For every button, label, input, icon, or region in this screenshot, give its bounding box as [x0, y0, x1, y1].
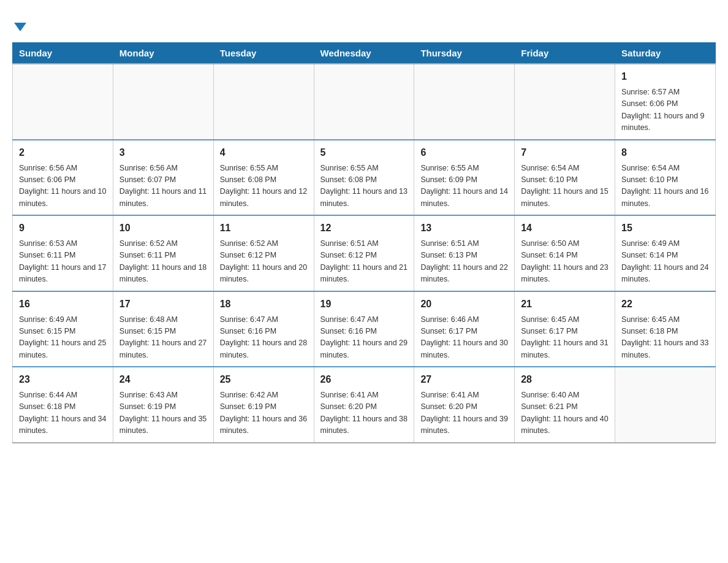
day-number: 10 — [119, 221, 207, 236]
day-number: 11 — [220, 221, 308, 236]
calendar-cell: 21Sunrise: 6:45 AMSunset: 6:17 PMDayligh… — [515, 291, 615, 367]
day-info: Sunrise: 6:56 AMSunset: 6:07 PMDaylight:… — [119, 163, 207, 210]
day-info: Sunrise: 6:54 AMSunset: 6:10 PMDaylight:… — [621, 163, 709, 210]
day-info: Sunrise: 6:50 AMSunset: 6:14 PMDaylight:… — [521, 238, 609, 286]
day-info: Sunrise: 6:51 AMSunset: 6:12 PMDaylight:… — [320, 238, 408, 286]
day-info: Sunrise: 6:41 AMSunset: 6:20 PMDaylight:… — [420, 389, 508, 437]
day-number: 16 — [19, 297, 107, 312]
calendar-cell: 22Sunrise: 6:45 AMSunset: 6:18 PMDayligh… — [615, 291, 716, 367]
calendar-cell: 23Sunrise: 6:44 AMSunset: 6:18 PMDayligh… — [13, 367, 113, 443]
day-info: Sunrise: 6:43 AMSunset: 6:19 PMDaylight:… — [119, 389, 207, 437]
day-number: 17 — [119, 297, 207, 312]
calendar-cell: 7Sunrise: 6:54 AMSunset: 6:10 PMDaylight… — [515, 140, 615, 216]
day-number: 5 — [320, 145, 408, 160]
day-info: Sunrise: 6:54 AMSunset: 6:10 PMDaylight:… — [521, 163, 609, 210]
calendar-cell: 1Sunrise: 6:57 AMSunset: 6:06 PMDaylight… — [615, 64, 716, 140]
calendar-cell — [213, 64, 314, 140]
calendar-cell: 9Sunrise: 6:53 AMSunset: 6:11 PMDaylight… — [13, 215, 113, 291]
day-info: Sunrise: 6:49 AMSunset: 6:15 PMDaylight:… — [19, 314, 107, 362]
calendar-cell: 14Sunrise: 6:50 AMSunset: 6:14 PMDayligh… — [515, 215, 615, 291]
calendar-cell: 28Sunrise: 6:40 AMSunset: 6:21 PMDayligh… — [515, 367, 615, 443]
calendar-cell: 25Sunrise: 6:42 AMSunset: 6:19 PMDayligh… — [213, 367, 314, 443]
logo-general-text — [12, 15, 26, 36]
day-number: 20 — [420, 297, 508, 312]
calendar-cell — [13, 64, 113, 140]
calendar-cell — [515, 64, 615, 140]
day-number: 14 — [521, 221, 609, 236]
calendar-week-5: 23Sunrise: 6:44 AMSunset: 6:18 PMDayligh… — [13, 367, 716, 443]
day-number: 13 — [420, 221, 508, 236]
day-info: Sunrise: 6:57 AMSunset: 6:06 PMDaylight:… — [621, 86, 709, 134]
day-number: 15 — [621, 221, 709, 236]
calendar-cell: 19Sunrise: 6:47 AMSunset: 6:16 PMDayligh… — [314, 291, 414, 367]
calendar-header-row: SundayMondayTuesdayWednesdayThursdayFrid… — [13, 43, 716, 64]
day-info: Sunrise: 6:55 AMSunset: 6:09 PMDaylight:… — [420, 163, 508, 210]
day-info: Sunrise: 6:46 AMSunset: 6:17 PMDaylight:… — [420, 314, 508, 362]
day-number: 6 — [420, 145, 508, 160]
calendar-cell: 27Sunrise: 6:41 AMSunset: 6:20 PMDayligh… — [414, 367, 515, 443]
calendar-cell — [615, 367, 716, 443]
day-number: 1 — [621, 69, 709, 84]
day-info: Sunrise: 6:51 AMSunset: 6:13 PMDaylight:… — [420, 238, 508, 286]
header-tuesday: Tuesday — [213, 43, 314, 64]
calendar-table: SundayMondayTuesdayWednesdayThursdayFrid… — [12, 42, 716, 443]
day-number: 22 — [621, 297, 709, 312]
calendar-cell: 17Sunrise: 6:48 AMSunset: 6:15 PMDayligh… — [113, 291, 213, 367]
day-number: 3 — [119, 145, 207, 160]
calendar-cell — [314, 64, 414, 140]
day-info: Sunrise: 6:40 AMSunset: 6:21 PMDaylight:… — [521, 389, 609, 437]
day-number: 21 — [521, 297, 609, 312]
day-info: Sunrise: 6:52 AMSunset: 6:11 PMDaylight:… — [119, 238, 207, 286]
day-number: 9 — [19, 221, 107, 236]
calendar-cell: 18Sunrise: 6:47 AMSunset: 6:16 PMDayligh… — [213, 291, 314, 367]
logo-triangle-icon — [14, 23, 26, 31]
calendar-cell: 24Sunrise: 6:43 AMSunset: 6:19 PMDayligh… — [113, 367, 213, 443]
calendar-cell: 13Sunrise: 6:51 AMSunset: 6:13 PMDayligh… — [414, 215, 515, 291]
calendar-cell: 8Sunrise: 6:54 AMSunset: 6:10 PMDaylight… — [615, 140, 716, 216]
day-number: 2 — [19, 145, 107, 160]
day-number: 26 — [320, 372, 408, 387]
day-info: Sunrise: 6:49 AMSunset: 6:14 PMDaylight:… — [621, 238, 709, 286]
calendar-cell: 15Sunrise: 6:49 AMSunset: 6:14 PMDayligh… — [615, 215, 716, 291]
header-friday: Friday — [515, 43, 615, 64]
day-info: Sunrise: 6:55 AMSunset: 6:08 PMDaylight:… — [320, 163, 408, 210]
day-info: Sunrise: 6:47 AMSunset: 6:16 PMDaylight:… — [220, 314, 308, 362]
calendar-cell: 4Sunrise: 6:55 AMSunset: 6:08 PMDaylight… — [213, 140, 314, 216]
day-number: 27 — [420, 372, 508, 387]
calendar-cell: 2Sunrise: 6:56 AMSunset: 6:06 PMDaylight… — [13, 140, 113, 216]
day-info: Sunrise: 6:56 AMSunset: 6:06 PMDaylight:… — [19, 163, 107, 210]
calendar-cell: 6Sunrise: 6:55 AMSunset: 6:09 PMDaylight… — [414, 140, 515, 216]
day-number: 19 — [320, 297, 408, 312]
calendar-cell: 16Sunrise: 6:49 AMSunset: 6:15 PMDayligh… — [13, 291, 113, 367]
header-monday: Monday — [113, 43, 213, 64]
calendar-week-1: 1Sunrise: 6:57 AMSunset: 6:06 PMDaylight… — [13, 64, 716, 140]
calendar-cell — [113, 64, 213, 140]
day-info: Sunrise: 6:42 AMSunset: 6:19 PMDaylight:… — [220, 389, 308, 437]
day-info: Sunrise: 6:52 AMSunset: 6:12 PMDaylight:… — [220, 238, 308, 286]
day-info: Sunrise: 6:47 AMSunset: 6:16 PMDaylight:… — [320, 314, 408, 362]
day-info: Sunrise: 6:44 AMSunset: 6:18 PMDaylight:… — [19, 389, 107, 437]
day-number: 23 — [19, 372, 107, 387]
day-info: Sunrise: 6:45 AMSunset: 6:17 PMDaylight:… — [521, 314, 609, 362]
header-sunday: Sunday — [13, 43, 113, 64]
day-number: 12 — [320, 221, 408, 236]
day-number: 24 — [119, 372, 207, 387]
day-number: 4 — [220, 145, 308, 160]
page-header — [12, 12, 716, 36]
calendar-week-2: 2Sunrise: 6:56 AMSunset: 6:06 PMDaylight… — [13, 140, 716, 216]
calendar-cell: 11Sunrise: 6:52 AMSunset: 6:12 PMDayligh… — [213, 215, 314, 291]
calendar-cell: 3Sunrise: 6:56 AMSunset: 6:07 PMDaylight… — [113, 140, 213, 216]
logo — [12, 12, 26, 36]
calendar-cell: 10Sunrise: 6:52 AMSunset: 6:11 PMDayligh… — [113, 215, 213, 291]
calendar-cell — [414, 64, 515, 140]
day-info: Sunrise: 6:53 AMSunset: 6:11 PMDaylight:… — [19, 238, 107, 286]
calendar-week-4: 16Sunrise: 6:49 AMSunset: 6:15 PMDayligh… — [13, 291, 716, 367]
day-number: 18 — [220, 297, 308, 312]
day-number: 25 — [220, 372, 308, 387]
day-number: 8 — [621, 145, 709, 160]
header-thursday: Thursday — [414, 43, 515, 64]
day-info: Sunrise: 6:41 AMSunset: 6:20 PMDaylight:… — [320, 389, 408, 437]
day-info: Sunrise: 6:48 AMSunset: 6:15 PMDaylight:… — [119, 314, 207, 362]
calendar-cell: 20Sunrise: 6:46 AMSunset: 6:17 PMDayligh… — [414, 291, 515, 367]
day-number: 28 — [521, 372, 609, 387]
